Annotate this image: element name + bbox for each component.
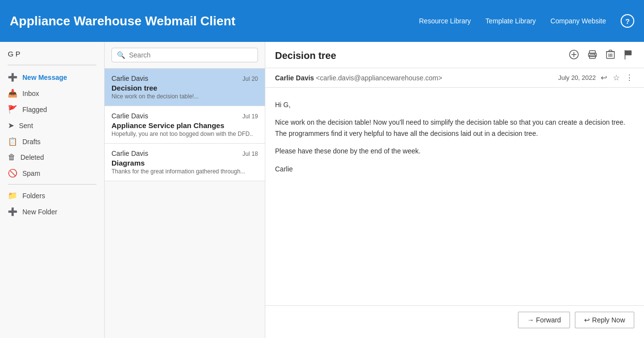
- folders-icon: 📁: [8, 191, 18, 200]
- body-paragraph-2: Please have these done by the end of the…: [275, 146, 634, 156]
- sidebar-item-label: Sent: [19, 122, 33, 130]
- flag-detail-icon: [624, 50, 632, 59]
- email-detail-header: Decision tree: [265, 42, 644, 68]
- drafts-icon: 📋: [8, 137, 18, 146]
- app-title: Appliance Warehouse Webmail Client: [10, 14, 419, 29]
- print-action-button[interactable]: [586, 49, 599, 63]
- email-items: Carlie Davis Jul 20 Decision tree Nice w…: [105, 69, 265, 338]
- sidebar-item-spam[interactable]: 🚫 Spam: [0, 165, 104, 181]
- reply-meta-button[interactable]: ↩: [600, 73, 608, 82]
- email-preview: Hopefully, you are not too bogged down w…: [111, 131, 258, 137]
- sidebar-item-label: Flagged: [22, 106, 47, 113]
- sidebar-item-sent[interactable]: ➤ Sent: [0, 117, 104, 133]
- body-paragraph-1: Nice work on the decision table! Now you…: [275, 117, 634, 139]
- sidebar-item-drafts[interactable]: 📋 Drafts: [0, 133, 104, 150]
- email-list-panel: 🔍 Carlie Davis Jul 20 Decision tree Nice…: [105, 42, 265, 338]
- email-body: Hi G, Nice work on the decision table! N…: [265, 88, 644, 305]
- email-subject: Appliance Service plan Changes: [111, 121, 258, 130]
- reply-now-button[interactable]: ↩ Reply Now: [575, 312, 634, 328]
- add-icon: [569, 50, 579, 59]
- email-list-item[interactable]: Carlie Davis Jul 20 Decision tree Nice w…: [105, 69, 265, 106]
- delete-action-button[interactable]: [604, 49, 617, 63]
- email-subject: Decision tree: [111, 84, 258, 92]
- email-detail-actions: [567, 49, 634, 63]
- sidebar-item-folders[interactable]: 📁 Folders: [0, 188, 104, 204]
- spam-icon: 🚫: [8, 169, 18, 178]
- email-date: Jul 20: [242, 75, 258, 82]
- email-date: Jul 18: [242, 150, 258, 157]
- flag-icon: 🚩: [8, 105, 18, 114]
- email-meta-right: July 20, 2022 ↩ ☆ ⋮: [558, 73, 634, 82]
- email-detail-title: Decision tree: [275, 50, 336, 61]
- deleted-icon: 🗑: [8, 153, 16, 162]
- search-bar: 🔍: [111, 48, 258, 62]
- svg-point-7: [594, 54, 595, 55]
- header-nav: Resource Library Template Library Compan…: [419, 14, 634, 28]
- email-list-item[interactable]: Carlie Davis Jul 18 Diagrams Thanks for …: [105, 144, 265, 181]
- sidebar-item-label: New Message: [22, 74, 67, 81]
- email-sender: Carlie Davis: [111, 112, 148, 120]
- plus-icon: ➕: [8, 73, 18, 82]
- email-preview: Nice work on the decision table!...: [111, 93, 258, 100]
- search-icon: 🔍: [117, 51, 125, 59]
- body-signature: Carlie: [275, 164, 634, 174]
- nav-company-website[interactable]: Company Website: [551, 17, 606, 25]
- sidebar-item-label: Inbox: [22, 90, 39, 97]
- email-meta-bar: Carlie Davis <carlie.davis@applianceware…: [265, 68, 644, 88]
- add-action-button[interactable]: [567, 49, 581, 63]
- email-detail-panel: Decision tree: [265, 42, 644, 338]
- help-button[interactable]: ?: [621, 14, 634, 28]
- sidebar: G P ➕ New Message 📥 Inbox 🚩 Flagged ➤ Se…: [0, 42, 105, 338]
- email-footer: → Forward ↩ Reply Now: [265, 305, 644, 338]
- main-layout: G P ➕ New Message 📥 Inbox 🚩 Flagged ➤ Se…: [0, 42, 644, 338]
- email-preview: Thanks for the great information gathere…: [111, 168, 258, 175]
- email-sender: Carlie Davis: [111, 75, 148, 82]
- email-date: Jul 19: [242, 113, 258, 120]
- from-name: Carlie Davis: [275, 74, 314, 82]
- sidebar-item-label: Drafts: [22, 138, 40, 146]
- sidebar-item-new-message[interactable]: ➕ New Message: [0, 69, 104, 85]
- search-bar-container: 🔍: [105, 42, 265, 69]
- email-meta-from: Carlie Davis <carlie.davis@applianceware…: [275, 74, 442, 82]
- forward-button[interactable]: → Forward: [518, 312, 570, 328]
- sidebar-item-flagged[interactable]: 🚩 Flagged: [0, 101, 104, 117]
- email-list-item[interactable]: Carlie Davis Jul 19 Appliance Service pl…: [105, 106, 265, 144]
- sent-icon: ➤: [8, 121, 14, 130]
- sidebar-item-deleted[interactable]: 🗑 Deleted: [0, 150, 104, 165]
- from-email: <carlie.davis@appliancewarehouse.com>: [316, 74, 442, 82]
- sidebar-divider-2: [8, 184, 96, 185]
- sidebar-item-label: Folders: [22, 192, 45, 200]
- sidebar-item-label: Deleted: [20, 153, 44, 161]
- delete-icon: [606, 50, 615, 59]
- sidebar-divider-1: [8, 65, 96, 65]
- sidebar-user: G P: [0, 48, 104, 63]
- nav-template-library[interactable]: Template Library: [485, 17, 536, 25]
- email-subject: Diagrams: [111, 159, 258, 167]
- nav-resource-library[interactable]: Resource Library: [419, 17, 471, 25]
- new-folder-icon: ➕: [8, 207, 18, 216]
- email-received-date: July 20, 2022: [558, 74, 596, 81]
- sidebar-item-new-folder[interactable]: ➕ New Folder: [0, 204, 104, 220]
- star-meta-button[interactable]: ☆: [612, 73, 621, 82]
- email-sender: Carlie Davis: [111, 150, 148, 157]
- sidebar-item-inbox[interactable]: 📥 Inbox: [0, 85, 104, 101]
- svg-rect-10: [609, 50, 612, 52]
- svg-rect-6: [590, 56, 594, 57]
- flag-action-button[interactable]: [622, 49, 634, 63]
- body-greeting: Hi G,: [275, 99, 634, 110]
- sidebar-item-label: Spam: [22, 169, 40, 177]
- inbox-icon: 📥: [8, 89, 18, 98]
- more-meta-button[interactable]: ⋮: [625, 73, 634, 82]
- print-icon: [588, 50, 597, 59]
- sidebar-item-label: New Folder: [22, 208, 57, 216]
- search-input[interactable]: [129, 51, 253, 59]
- app-header: Appliance Warehouse Webmail Client Resou…: [0, 0, 644, 42]
